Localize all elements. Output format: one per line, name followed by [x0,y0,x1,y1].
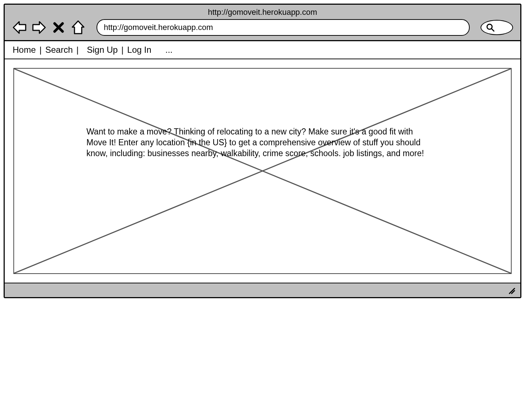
hero-description: Want to make a move? Thinking of relocat… [86,127,431,159]
search-button[interactable] [481,20,513,35]
menu-bar: Home | Search | Sign Up | Log In ... [5,41,520,59]
menu-signup[interactable]: Sign Up [87,45,118,55]
svg-line-1 [491,29,494,31]
x-icon [52,21,65,34]
home-icon [71,20,85,35]
stop-button[interactable] [51,20,66,35]
hero-image-placeholder: Want to make a move? Thinking of relocat… [13,68,512,274]
menu-more[interactable]: ... [165,45,172,55]
toolbar-controls [12,19,513,36]
address-bar[interactable] [97,19,470,36]
status-bar [5,283,520,297]
browser-window: http://gomoveit.herokuapp.com [4,4,521,298]
home-button[interactable] [71,20,86,35]
resize-grip-icon[interactable] [507,286,515,294]
content-area: Want to make a move? Thinking of relocat… [5,59,520,283]
menu-home[interactable]: Home [13,45,36,55]
window-title: http://gomoveit.herokuapp.com [12,8,513,17]
menu-separator: | [76,45,78,55]
nav-icon-group [12,20,86,35]
forward-button[interactable] [31,20,47,35]
menu-separator: | [121,45,124,55]
menu-login[interactable]: Log In [127,45,151,55]
search-icon [486,23,495,32]
browser-toolbar: http://gomoveit.herokuapp.com [5,5,520,41]
back-button[interactable] [12,20,27,35]
menu-separator: | [39,45,42,55]
menu-search[interactable]: Search [45,45,73,55]
placeholder-x-icon [14,69,511,273]
arrow-right-icon [31,20,47,35]
arrow-left-icon [12,20,27,35]
